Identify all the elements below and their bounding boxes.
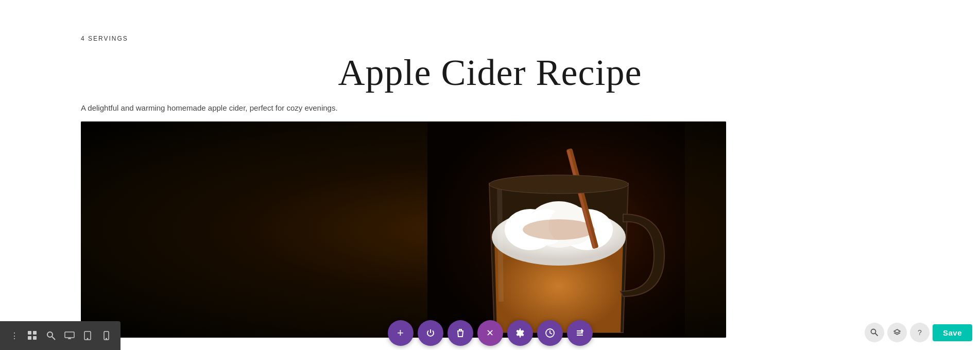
settings-button[interactable]: [507, 320, 533, 346]
cider-mug-svg: [427, 121, 685, 338]
svg-point-7: [523, 219, 595, 240]
center-actions: + ✕: [388, 320, 593, 346]
delete-button[interactable]: [448, 320, 473, 346]
bottom-toolbar: ⋮: [0, 321, 121, 350]
svg-line-16: [52, 337, 55, 340]
svg-marker-30: [894, 329, 900, 333]
zoom-button[interactable]: [865, 323, 884, 342]
cider-photo: [81, 121, 726, 338]
svg-rect-13: [28, 336, 31, 340]
add-button[interactable]: +: [388, 320, 414, 346]
mobile-icon[interactable]: [98, 328, 114, 343]
svg-point-15: [47, 332, 53, 337]
clock-button[interactable]: [537, 320, 563, 346]
search-icon[interactable]: [43, 328, 59, 343]
tablet-icon[interactable]: [80, 328, 95, 343]
svg-rect-17: [65, 332, 74, 338]
main-content: 4 SERVINGS Apple Cider Recipe A delightf…: [0, 0, 980, 338]
sort-button[interactable]: [567, 320, 593, 346]
servings-label: 4 SERVINGS: [81, 0, 899, 42]
menu-dots-icon[interactable]: ⋮: [7, 328, 22, 343]
grid-icon[interactable]: [25, 328, 40, 343]
svg-rect-14: [33, 336, 37, 340]
power-button[interactable]: [418, 320, 443, 346]
svg-point-21: [88, 338, 89, 339]
svg-rect-11: [28, 331, 31, 335]
svg-line-29: [875, 334, 878, 336]
recipe-title: Apple Cider Recipe: [81, 51, 899, 94]
svg-point-28: [871, 329, 875, 334]
svg-point-23: [106, 338, 107, 339]
close-button[interactable]: ✕: [477, 320, 503, 346]
save-button[interactable]: Save: [933, 324, 972, 341]
help-button[interactable]: ?: [910, 323, 930, 342]
right-actions: ? Save: [865, 323, 972, 342]
recipe-description: A delightful and warming homemade apple …: [81, 103, 899, 112]
desktop-icon[interactable]: [62, 328, 77, 343]
svg-rect-12: [33, 331, 37, 335]
svg-point-10: [489, 175, 628, 194]
recipe-image: [81, 121, 726, 338]
layers-button[interactable]: [887, 323, 907, 342]
